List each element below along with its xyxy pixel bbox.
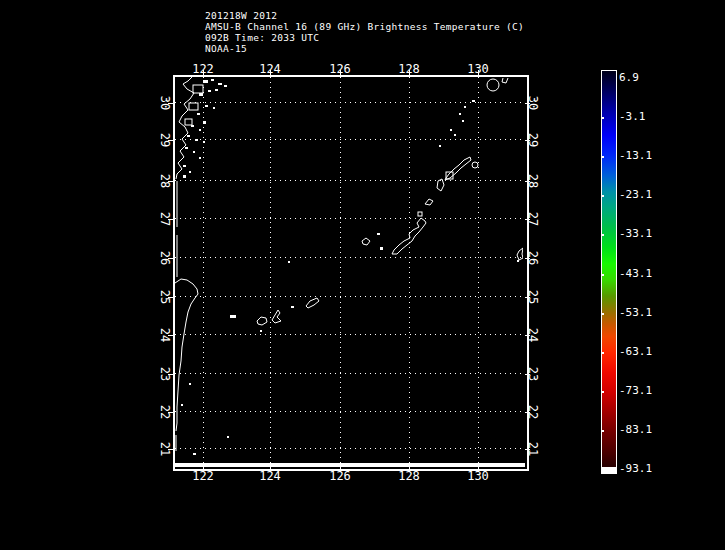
gridline-h-30 [175,102,523,103]
colorbar-label--93.1: -93.1 [619,463,652,475]
miyako-island [306,298,319,308]
colorbar-label--33.1: -33.1 [619,228,652,240]
y-label-right-23: 23 [527,362,539,386]
amami-island [445,157,471,180]
gridline-h-23 [175,373,523,374]
map-bottom-axis-line [173,463,525,467]
y-label-left-23: 23 [159,362,171,386]
y-label-right-24: 24 [527,323,539,347]
colorbar-tick-7 [602,352,604,354]
gridline-h-21 [175,448,523,449]
x-label-top-126: 126 [323,63,357,75]
y-label-left-28: 28 [159,169,171,193]
misc-specks [181,383,229,455]
y-label-left-29: 29 [159,128,171,152]
gridline-v-130 [478,77,479,465]
map-plot-area [173,75,529,471]
colorbar-tick-8 [602,391,604,393]
okinoerabu-island [425,199,433,205]
gridline-v-124 [270,77,271,465]
colorbar-label--13.1: -13.1 [619,150,652,162]
colorbar-label-6.9: 6.9 [619,72,639,84]
china-coast-islets [183,79,227,178]
x-label-top-128: 128 [392,63,426,75]
x-label-bottom-126: 126 [323,470,357,482]
ishigaki-island [272,310,281,323]
satellite-product-canvas: 201218W 2012 AMSU-B Channel 16 (89 GHz) … [0,0,725,550]
coastline-layer [175,77,523,465]
y-label-right-27: 27 [527,207,539,231]
colorbar-tick-4 [602,234,604,236]
x-label-bottom-130: 130 [461,470,495,482]
y-label-left-24: 24 [159,323,171,347]
iriomote-island [257,317,267,325]
x-label-top-122: 122 [186,63,220,75]
orbit-time-line: 092B Time: 2033 UTC [205,32,319,43]
colorbar-tick-5 [602,274,604,276]
product-id-line: 201218W 2012 [205,10,277,21]
y-label-left-27: 27 [159,207,171,231]
gridline-h-27 [175,218,523,219]
gridline-v-122 [203,77,204,465]
y-label-right-26: 26 [527,246,539,270]
gridline-h-25 [175,296,523,297]
colorbar-label--63.1: -63.1 [619,346,652,358]
colorbar-label--53.1: -53.1 [619,307,652,319]
right-edge-island [517,248,523,260]
colorbar-tick-3 [602,195,604,197]
x-label-bottom-124: 124 [253,470,287,482]
gridline-h-26 [175,257,523,258]
gridline-v-126 [340,77,341,465]
x-label-top-124: 124 [253,63,287,75]
colorbar-tick-2 [602,156,604,158]
colorbar-label--3.1: -3.1 [619,111,646,123]
y-label-left-30: 30 [159,91,171,115]
colorbar [601,70,617,474]
y-label-left-21: 21 [159,437,171,461]
y-label-right-25: 25 [527,285,539,309]
y-label-right-30: 30 [527,91,539,115]
y-label-right-29: 29 [527,128,539,152]
y-label-right-28: 28 [527,169,539,193]
y-label-right-22: 22 [527,400,539,424]
gridline-v-128 [409,77,410,465]
x-label-top-130: 130 [461,63,495,75]
y-label-right-21: 21 [527,437,539,461]
gridline-h-29 [175,139,523,140]
colorbar-tick-9 [602,430,604,432]
gridline-h-28 [175,180,523,181]
colorbar-tick-6 [602,313,604,315]
y-label-left-26: 26 [159,246,171,270]
gridline-h-22 [175,411,523,412]
colorbar-label--23.1: -23.1 [619,189,652,201]
colorbar-label--73.1: -73.1 [619,385,652,397]
x-label-bottom-128: 128 [392,470,426,482]
y-label-left-22: 22 [159,400,171,424]
y-label-left-25: 25 [159,285,171,309]
map-plot-inner [175,77,523,465]
satellite-name-line: NOAA-15 [205,43,247,54]
x-label-bottom-122: 122 [186,470,220,482]
gridline-h-24 [175,334,523,335]
colorbar-label--83.1: -83.1 [619,424,652,436]
colorbar-tick-1 [602,117,604,119]
colorbar-label--43.1: -43.1 [619,268,652,280]
north-island [487,79,499,91]
kume-island [362,238,370,245]
product-title-line: AMSU-B Channel 16 (89 GHz) Brightness Te… [205,21,524,32]
taiwan-coast [175,279,198,431]
